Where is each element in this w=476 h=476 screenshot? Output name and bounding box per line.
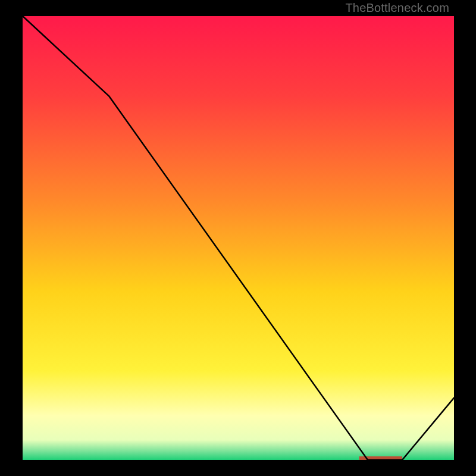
bottleneck-chart [0,0,476,476]
plot-background [23,16,454,460]
attribution-text: TheBottleneck.com [345,1,449,15]
chart-container: TheBottleneck.com [0,0,476,476]
frame [0,0,23,476]
frame [0,460,476,476]
frame [454,0,476,476]
